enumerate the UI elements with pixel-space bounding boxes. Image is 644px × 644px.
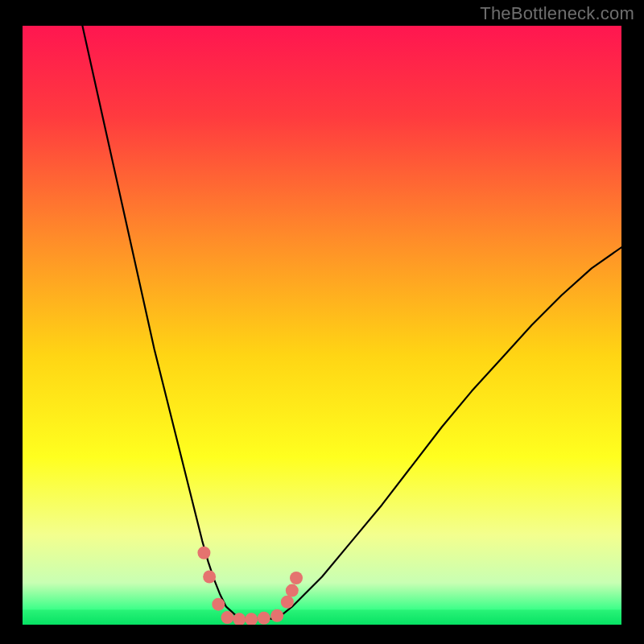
watermark-text: TheBottleneck.com	[480, 3, 634, 24]
marker-dot	[203, 570, 216, 583]
marker-dot	[258, 612, 270, 625]
chart-svg	[23, 26, 621, 625]
marker-dot	[290, 572, 303, 584]
plot-area	[23, 26, 621, 625]
marker-dot	[197, 547, 210, 559]
marker-dot	[212, 598, 225, 611]
chart-frame: TheBottleneck.com	[0, 0, 644, 644]
green-band	[23, 609, 621, 625]
marker-dot	[281, 596, 294, 609]
marker-dot	[270, 609, 283, 622]
marker-dot	[286, 584, 299, 597]
marker-dot	[221, 611, 233, 624]
svg-rect-0	[23, 609, 621, 625]
